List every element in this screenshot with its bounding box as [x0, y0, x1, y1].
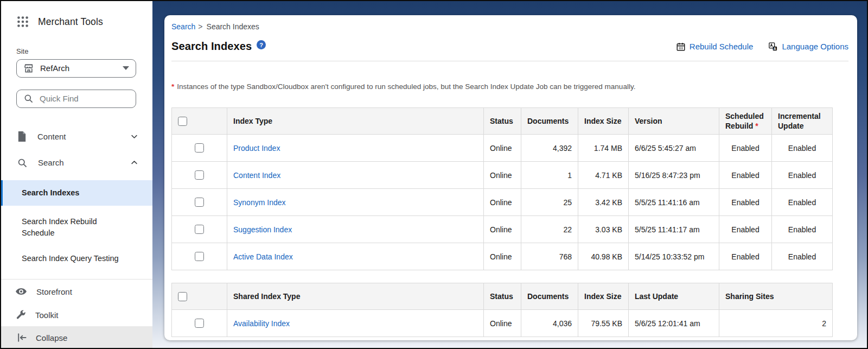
row-checkbox[interactable] — [195, 225, 204, 234]
chevron-up-icon — [130, 158, 138, 167]
status-cell: Online — [484, 189, 521, 216]
sidebar-item-content[interactable]: Content — [0, 123, 152, 150]
table-row: Content Index Online 1 4.71 KB 5/16/25 8… — [172, 162, 833, 189]
incremental-update-cell: Enabled — [772, 243, 833, 270]
sidebar-item-search[interactable]: Search — [0, 150, 152, 176]
language-options-link[interactable]: A Language Options — [768, 42, 848, 52]
content-card: Search>Search Indexes Search Indexes ? R — [164, 15, 857, 340]
status-cell: Online — [484, 162, 521, 189]
index-link[interactable]: Product Index — [233, 144, 280, 153]
sidebar-nav: Content Search Search Indexes Search Ind… — [0, 123, 152, 270]
index-size-cell: 4.71 KB — [578, 162, 629, 189]
row-checkbox[interactable] — [195, 198, 204, 207]
sidebar-item-label: Search — [38, 158, 64, 167]
status-cell: Online — [484, 310, 521, 337]
page-title: Search Indexes — [171, 40, 252, 53]
incremental-update-cell: Enabled — [772, 135, 833, 162]
index-link[interactable]: Active Data Index — [233, 252, 293, 261]
index-link[interactable]: Synonym Index — [233, 198, 286, 207]
documents-cell: 1 — [521, 162, 578, 189]
breadcrumb: Search>Search Indexes — [171, 15, 848, 31]
col-status: Status — [484, 283, 521, 310]
sidebar-item-search-indexes[interactable]: Search Indexes — [0, 180, 152, 206]
rebuild-schedule-link[interactable]: Rebuild Schedule — [676, 42, 754, 52]
sidebar-item-label: Storefront — [36, 287, 72, 296]
search-icon — [23, 93, 34, 104]
version-cell: 5/5/25 11:41:17 am — [629, 216, 719, 243]
app-header: Merchant Tools — [0, 0, 152, 29]
select-all-checkbox[interactable] — [178, 117, 187, 126]
last-update-cell: 5/6/25 12:01:41 am — [629, 310, 719, 337]
index-link[interactable]: Availability Index — [233, 319, 290, 328]
status-cell: Online — [484, 135, 521, 162]
sharing-sites-cell: 2 — [719, 310, 833, 337]
incremental-update-cell: Enabled — [772, 216, 833, 243]
table-row: Suggestion Index Online 22 3.03 KB 5/5/2… — [172, 216, 833, 243]
table-row: Synonym Index Online 25 3.42 KB 5/5/25 1… — [172, 189, 833, 216]
col-index-size: Index Size — [578, 108, 629, 135]
collapse-button[interactable]: Collapse — [0, 326, 152, 349]
sidebar-item-search-index-query-testing[interactable]: Search Index Query Testing — [0, 247, 152, 270]
documents-cell: 25 — [521, 189, 578, 216]
index-size-cell: 79.55 KB — [578, 310, 629, 337]
apps-grid-icon[interactable] — [16, 15, 30, 29]
row-checkbox[interactable] — [195, 319, 204, 328]
calendar-icon — [676, 42, 686, 52]
version-cell: 5/14/25 10:33:52 pm — [629, 243, 719, 270]
index-link[interactable]: Suggestion Index — [233, 225, 292, 234]
dropdown-caret-icon — [123, 66, 129, 70]
site-label: Site — [16, 47, 152, 55]
rebuild-schedule-label: Rebuild Schedule — [690, 42, 754, 51]
breadcrumb-current: Search Indexes — [207, 22, 259, 31]
version-cell: 6/6/25 5:45:27 am — [629, 135, 719, 162]
document-icon — [17, 131, 27, 142]
scheduled-rebuild-cell: Enabled — [719, 162, 772, 189]
scheduled-rebuild-cell: Enabled — [719, 135, 772, 162]
quick-find-input[interactable] — [40, 94, 121, 103]
table-row: Availability Index Online 4,036 79.55 KB… — [172, 310, 833, 337]
status-cell: Online — [484, 243, 521, 270]
sidebar-item-storefront[interactable]: Storefront — [0, 280, 152, 303]
search-indexes-table: Index Type Status Documents Index Size V… — [171, 107, 833, 337]
index-size-cell: 40.98 KB — [578, 243, 629, 270]
translate-icon: A — [768, 42, 778, 52]
shared-table-header-row: Shared Index Type Status Documents Index… — [172, 283, 833, 310]
collapse-icon — [16, 332, 27, 343]
breadcrumb-separator: > — [198, 22, 202, 31]
sidebar-item-label: Content — [37, 132, 66, 141]
incremental-update-cell: Enabled — [772, 162, 833, 189]
row-checkbox[interactable] — [195, 143, 204, 153]
index-size-cell: 3.03 KB — [578, 216, 629, 243]
sidebar-item-toolkit[interactable]: Toolkit — [0, 303, 152, 326]
table-row: Active Data Index Online 768 40.98 KB 5/… — [172, 243, 833, 270]
eye-icon — [15, 285, 27, 297]
col-scheduled-rebuild: Scheduled Rebuild * — [719, 108, 772, 135]
row-checkbox[interactable] — [195, 252, 204, 261]
wrench-icon — [15, 309, 26, 320]
sidebar-item-label: Toolkit — [35, 310, 59, 320]
scheduled-rebuild-cell: Enabled — [719, 243, 772, 270]
col-sharing-sites: Sharing Sites — [719, 283, 833, 310]
version-cell: 5/5/25 11:41:16 am — [629, 189, 719, 216]
note-asterisk: * — [171, 83, 174, 91]
row-checkbox[interactable] — [195, 170, 204, 180]
sandbox-note: *Instances of the type Sandbox/Cloudbox … — [171, 83, 848, 91]
col-version: Version — [629, 108, 719, 135]
search-icon — [17, 157, 28, 168]
table-row: Product Index Online 4,392 1.74 MB 6/6/2… — [172, 135, 833, 162]
main-area: Search>Search Indexes Search Indexes ? R — [152, 0, 868, 349]
table-section-spacer — [172, 270, 833, 283]
scheduled-rebuild-cell: Enabled — [719, 216, 772, 243]
index-link[interactable]: Content Index — [233, 171, 280, 180]
documents-cell: 4,392 — [521, 135, 578, 162]
col-documents: Documents — [521, 283, 578, 310]
title-divider — [171, 61, 848, 61]
quick-find-field[interactable] — [16, 90, 136, 108]
help-icon[interactable]: ? — [257, 40, 266, 49]
shared-select-all-checkbox[interactable] — [178, 292, 187, 301]
breadcrumb-search-link[interactable]: Search — [171, 22, 195, 31]
sidebar-item-search-index-rebuild-schedule[interactable]: Search Index Rebuild Schedule — [0, 210, 130, 245]
site-selector[interactable]: RefArch — [16, 59, 136, 78]
col-documents: Documents — [521, 108, 578, 135]
site-selector-value: RefArch — [40, 64, 69, 73]
